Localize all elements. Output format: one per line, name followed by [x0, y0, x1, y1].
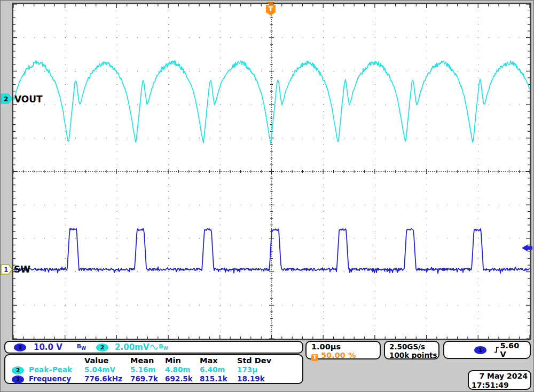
- measurement-row-peak-peak: 2 Peak–Peak 5.04mV 5.16m 4.80m 6.40m 173…: [12, 365, 302, 374]
- trigger-source-badge[interactable]: 1: [474, 346, 486, 354]
- sample-rate: 2.50GS/s: [389, 342, 438, 351]
- ch1-badge[interactable]: 1: [14, 343, 26, 351]
- measurement-max: 6.40m: [200, 365, 237, 374]
- ch1-scale: 10.0 V: [34, 342, 62, 352]
- measurement-row-frequency: 1 Frequency 776.6kHz 769.7k 692.5k 815.1…: [12, 374, 302, 383]
- oscilloscope-screen: T 2 VOUT 1 SW 1 10.0 V BW 2 2.00mV BW: [0, 0, 534, 392]
- ch2-bandwidth-limit-icon: BW: [159, 343, 168, 351]
- measurement-mean: 5.16m: [130, 365, 165, 374]
- trigger-position-percent: 50.00 %: [321, 351, 356, 359]
- graticule: [13, 4, 531, 340]
- ch2-position-marker[interactable]: 2: [1, 94, 12, 103]
- time-value: 17:51:49: [469, 381, 530, 390]
- date-value: 7 May 2024: [469, 372, 530, 381]
- col-header-max: Max: [200, 356, 237, 365]
- trigger-level: 5.60 V: [500, 341, 525, 358]
- col-header-value: Value: [84, 356, 130, 365]
- ch1-marker-number: 1: [4, 266, 8, 274]
- ch1-wave-label: SW: [14, 264, 30, 275]
- measurement-value: 5.04mV: [84, 365, 130, 374]
- col-header-stddev: Std Dev: [237, 356, 302, 365]
- rising-edge-icon: [493, 346, 500, 354]
- trigger-readout[interactable]: 1 5.60 V: [443, 341, 531, 359]
- ch2-badge[interactable]: 2: [96, 343, 108, 351]
- measurement-name: Peak–Peak: [29, 365, 84, 374]
- measurement-stddev: 173µ: [237, 365, 302, 374]
- waveform-display: T 2 VOUT 1 SW: [0, 0, 534, 392]
- ch2-ac-coupling-icon: [150, 344, 158, 350]
- datetime-readout: 7 May 2024 17:51:49: [468, 370, 531, 390]
- record-length: 100k points: [389, 351, 438, 359]
- ch1-settings[interactable]: 1 10.0 V BW: [14, 342, 86, 352]
- channel-settings-bar: 1 10.0 V BW 2 2.00mV BW: [4, 341, 303, 354]
- measurement-min: 692.5k: [165, 374, 200, 383]
- measurement-name: Frequency: [29, 374, 84, 383]
- ch2-settings[interactable]: 2 2.00mV BW: [96, 342, 168, 352]
- measurement-min: 4.80m: [165, 365, 200, 374]
- ch2-wave-label: VOUT: [14, 94, 43, 105]
- acquisition-readout[interactable]: 2.50GS/s 100k points: [384, 341, 439, 359]
- ch2-marker-number: 2: [4, 95, 8, 103]
- timebase-value: 1.00µs: [311, 342, 380, 351]
- ch1-measurement-badge[interactable]: 1: [12, 375, 24, 383]
- ch1-position-marker[interactable]: 1: [1, 265, 12, 274]
- trigger-t-icon: T: [311, 354, 318, 361]
- measurements-panel: Value Mean Min Max Std Dev 2 Peak–Peak 5…: [4, 354, 303, 384]
- measurement-stddev: 18.19k: [237, 374, 302, 383]
- col-header-mean: Mean: [130, 356, 165, 365]
- measurement-mean: 769.7k: [130, 374, 165, 383]
- trigger-marker-label: T: [269, 5, 273, 13]
- timebase-readout[interactable]: 1.00µs T50.00 %: [305, 341, 381, 359]
- col-header-min: Min: [165, 356, 200, 365]
- ch1-bandwidth-limit-icon: BW: [77, 343, 86, 351]
- ch2-measurement-badge[interactable]: 2: [12, 366, 24, 374]
- measurements-header-row: Value Mean Min Max Std Dev: [12, 356, 302, 365]
- ch2-scale: 2.00mV: [115, 342, 149, 352]
- measurement-max: 815.1k: [200, 374, 237, 383]
- measurement-value: 776.6kHz: [84, 374, 130, 383]
